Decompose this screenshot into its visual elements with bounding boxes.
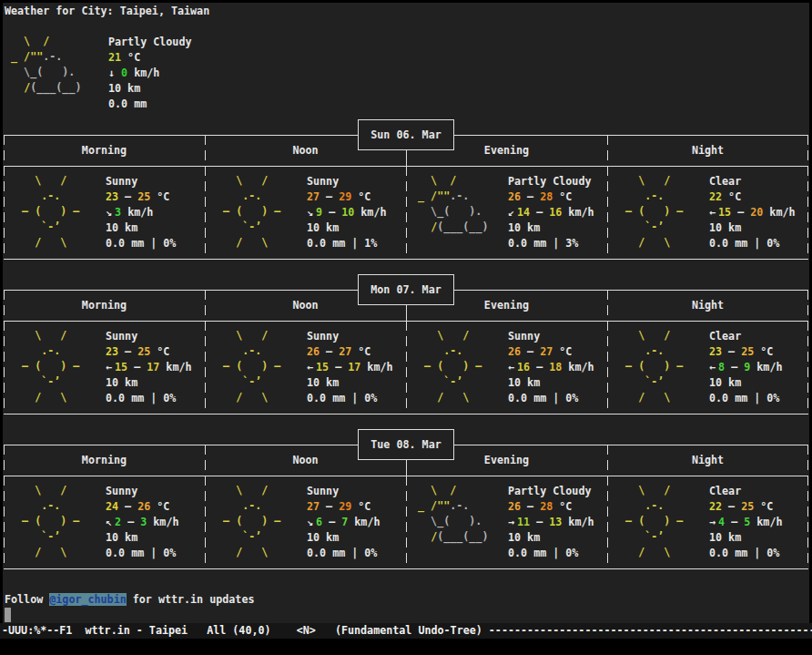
sunny-icon: \ / .-. ― ( ) ― `-’ / \ [205,484,307,561]
wind: ←16 – 18 km/h [508,360,594,375]
condition-label: Sunny [307,329,393,344]
modeline-major-modes[interactable]: (Fundamental Undo-Tree) [316,624,489,637]
wind-speed-unit: km/h [348,516,380,528]
sunny-icon: \ / .-. ― ( ) ― `-’ / \ [4,174,106,251]
temperature-low: 22 [709,500,722,513]
modeline-buffer-name[interactable]: wttr.in - Taipei [85,624,188,637]
forecast-panel-text: Sunny 23 – 25 °C ←15 – 17 km/h 10 km 0.0… [106,329,192,406]
precipitation: 0.0 mm | 0% [307,391,393,406]
forecast-panel-text: Sunny 26 – 27 °C ←15 – 17 km/h 10 km 0.0… [307,329,393,406]
temperature-unit: °C [150,190,169,203]
partly-cloudy-icon: \ / _ /"".-. \_( ). /(___(__) [5,35,81,97]
wind: ↘9 – 10 km/h [307,205,386,220]
temperature-range: 26 – 28 °C [508,499,594,515]
wind-direction-arrow: ↘ [307,516,313,528]
temperature-range: 27 – 29 °C [307,189,386,205]
current-visibility: 10 km [108,81,191,97]
emacs-buffer[interactable]: Weather for City: Taipei, Taiwan \ / _ /… [3,3,809,623]
emacs-modeline: -UUU:%*--F1 wttr.in - Taipei All (40,0) … [0,623,812,639]
condition-label: Sunny [508,329,594,344]
temperature-unit: °C [754,500,773,513]
temperature-low: 23 [106,345,118,358]
forecast-panel-text: Partly Cloudy 26 – 28 °C →11 – 13 km/h 1… [508,484,594,561]
twitter-handle-link[interactable]: @igor_chubin [49,593,126,606]
wind-direction-arrow: ↙ [508,206,514,219]
forecast-panel-text: Sunny 23 – 25 °C ↘3 km/h 10 km 0.0 mm | … [106,174,176,251]
temperature-unit: °C [553,500,572,513]
date-label: Sun 06. Mar [370,128,441,141]
modeline-position: All (40,0) [188,624,297,637]
wind-speed-unit: km/h [360,361,392,374]
daypart-label: Night [607,298,808,313]
daypart-label: Morning [4,298,205,313]
column-separator [205,135,206,260]
temperature-range: 23 – 25 °C [709,344,782,360]
sunny-icon: \ / .-. ― ( ) ― `-’ / \ [607,329,709,406]
temperature-range: 26 – 27 °C [307,344,393,360]
wind-speed-low: 16 [517,361,530,374]
echo-area[interactable] [0,639,812,655]
sunny-icon: \ / .-. ― ( ) ― `-’ / \ [205,329,307,406]
wind-speed-unit: km/h [750,361,782,374]
forecast-panel-text: Clear 23 – 25 °C ←8 – 9 km/h 10 km 0.0 m… [709,329,782,406]
current-condition-label: Partly Cloudy [108,35,191,50]
wind-speed-unit: km/h [763,206,795,219]
temperature-low: 26 [508,190,521,203]
temperature-range: 22 – 25 °C [709,499,782,515]
wind: ←15 – 20 km/h [709,205,796,220]
wind-speed-unit: km/h [750,516,782,528]
current-precipitation: 0.0 mm [108,97,191,112]
temperature-high: 29 [339,500,351,513]
wind: ↘6 – 7 km/h [307,515,380,530]
daypart-label: Night [607,453,808,468]
condition-label: Partly Cloudy [508,174,594,189]
wind-speed-high: 16 [549,206,562,219]
forecast-panel: \ / .-. ― ( ) ― `-’ / \ Sunny 24 – 26 °C… [4,484,205,561]
sunny-icon: \ / .-. ― ( ) ― `-’ / \ [4,329,106,406]
wind-direction-arrow: ← [106,361,112,374]
temperature-low: 24 [106,500,118,513]
wind: ↖2 – 3 km/h [106,515,178,530]
wind-direction-arrow: ← [709,361,716,374]
condition-label: Sunny [106,174,176,189]
temperature-high: 28 [540,190,553,203]
temperature-unit: °C [553,190,572,203]
date-box-tick [406,150,407,167]
forecast-day-table: MorningNoonEveningNight \ / .-. ― ( ) ― … [4,422,808,577]
condition-label: Sunny [106,329,192,344]
visibility: 10 km [709,220,796,236]
temperature-unit: °C [351,190,370,203]
wind-speed-high: 17 [348,361,360,374]
visibility: 10 km [508,530,594,546]
wind-direction-arrow: → [709,516,716,528]
wind-direction-arrow: ↖ [106,516,112,528]
column-separator [4,135,5,260]
wind-speed-low: 15 [115,361,127,374]
date-box-tick [406,305,407,322]
wind-direction-arrow: ← [709,206,716,219]
forecast-panel: \ / .-. ― ( ) ― `-’ / \ Sunny 27 – 29 °C… [205,484,406,561]
temperature-low: 22 [709,190,722,203]
forecast-panel: \ / .-. ― ( ) ― `-’ / \ Sunny 23 – 25 °C… [4,329,205,406]
wind-speed-unit: km/h [147,516,178,528]
forecast-day-table: MorningNoonEveningNight \ / .-. ― ( ) ― … [4,267,808,422]
partly-cloudy-icon: \ / _ /"".-. \_( ). /(___(__) [406,484,508,561]
visibility: 10 km [709,375,782,391]
wind-direction-arrow: ↓ [108,67,121,79]
wind-speed-low: 11 [517,516,530,528]
precipitation: 0.0 mm | 0% [106,546,178,561]
forecast-panel: \ / .-. ― ( ) ― `-’ / \ Clear 22 – 25 °C… [607,484,808,561]
column-separator [607,445,608,569]
temperature-high: 25 [741,500,754,513]
temperature-high: 25 [137,190,150,203]
condition-label: Clear [709,484,782,499]
wind-direction-arrow: ↘ [307,206,313,219]
wind-direction-arrow: ← [307,361,313,374]
temperature-range: 27 – 29 °C [307,499,380,515]
forecast-panel: \ / .-. ― ( ) ― `-’ / \ Sunny 27 – 29 °C… [205,174,406,251]
modeline-dashes: ----------------------------------------… [489,624,812,637]
temperature-range: 23 – 25 °C [106,189,176,205]
current-temperature: 21 °C [108,50,191,66]
precipitation: 0.0 mm | 0% [106,236,176,251]
wind-speed-high: 17 [147,361,159,374]
